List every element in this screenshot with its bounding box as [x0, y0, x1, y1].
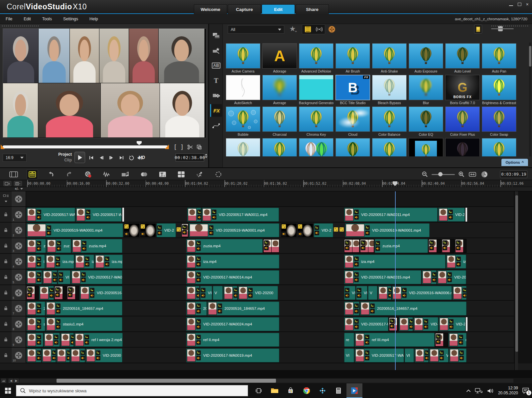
effect-chroma-key[interactable]: Chroma Key	[299, 106, 333, 136]
clip-thumbnails[interactable]	[429, 239, 441, 253]
media-library-icon[interactable]	[210, 29, 222, 42]
effect-thumbnail[interactable]: A	[262, 43, 297, 69]
timeline-clip[interactable]: VID-20200	[238, 286, 278, 300]
effect-thumbnail[interactable]	[335, 138, 370, 156]
effect-thumbnail[interactable]	[335, 43, 370, 69]
action-center-icon[interactable]: 1	[522, 387, 529, 394]
clip-thumbnails[interactable]	[442, 239, 455, 253]
clip-sliver[interactable]	[466, 317, 467, 331]
transitions-icon[interactable]: AB	[210, 59, 222, 72]
timeline-clip[interactable]: VID	[42, 348, 56, 362]
timeline-clip[interactable]: VID-20200517-WA0019.mp4	[186, 348, 279, 362]
timeline-clip[interactable]: VID-20200517-WA0015.mp4	[344, 270, 421, 284]
effect-thumbnail[interactable]	[482, 138, 516, 156]
effect-air-brush[interactable]: Air Brush	[335, 43, 370, 73]
film-reel-icon[interactable]	[328, 25, 336, 33]
track-lane[interactable]	[26, 191, 514, 207]
trim-start-handle[interactable]	[1, 144, 5, 149]
clip-thumbnails[interactable]	[360, 239, 374, 253]
effect-thumbnail[interactable]	[409, 75, 443, 100]
zoom-out-icon[interactable]	[422, 171, 428, 178]
track-lane[interactable]: VID-20200517-WA00VID-20200517-WA0VIDVID-…	[26, 207, 514, 222]
timeline-clip[interactable]: ref	[44, 333, 60, 347]
timeline-clip[interactable]: VID-2	[314, 223, 333, 237]
clip-thumbnails[interactable]	[344, 239, 359, 253]
calculator-icon[interactable]	[331, 383, 346, 398]
track-lane[interactable]: VID-20200519-WA0001.mp4VID-2VID-20200519…	[26, 223, 514, 238]
effect-thumbnail[interactable]	[262, 138, 297, 156]
clip-thumbnails[interactable]	[389, 317, 398, 331]
effect-thumbnail[interactable]	[409, 43, 443, 69]
loop-playback-button[interactable]	[213, 169, 224, 179]
transition-clip[interactable]	[124, 223, 140, 237]
timeline-clip[interactable]: VID-20200517-WA0024.mp4	[186, 317, 279, 331]
timeline-clip[interactable]: VID-20200519-WA0001.mp4	[189, 223, 279, 237]
timeline-clip[interactable]: 20200516_184657.mp4	[207, 301, 279, 315]
timeline-clip[interactable]: VID	[344, 286, 355, 300]
graphics-icon[interactable]	[210, 89, 222, 102]
tab-welcome[interactable]: Welcome	[194, 4, 227, 14]
timeline-ruler[interactable]: 00:00:00.0000:00:16.0000:00:32.0000:00:4…	[0, 180, 532, 187]
effect-thumbnail[interactable]	[409, 106, 443, 132]
clip-thumbnails[interactable]	[263, 239, 279, 253]
timeline-clip[interactable]: iza	[27, 255, 45, 269]
overlay-track-header-6[interactable]: 6	[12, 285, 26, 300]
timeline-clip[interactable]: 20200516_184657.mp4	[360, 301, 466, 315]
timeline-clip[interactable]: VID-202005	[414, 317, 438, 331]
timeline-clip[interactable]: VID-20200517-WA0	[71, 270, 122, 284]
effect-thumbnail[interactable]	[226, 43, 260, 69]
filters-icon[interactable]: FX	[210, 104, 222, 117]
timeline-clip[interactable]: re	[61, 333, 74, 347]
timeline-clip[interactable]: VID	[378, 286, 391, 300]
timeline-clip[interactable]: VID	[27, 270, 42, 284]
maximize-icon[interactable]	[518, 3, 521, 6]
options-button[interactable]: Options^	[501, 159, 528, 166]
effect-color-eq[interactable]: Color EQ	[409, 106, 443, 136]
effect-color-fixer-plus[interactable]: Color Fixer Plus	[445, 106, 480, 136]
clip-thumbnails[interactable]	[67, 286, 79, 300]
zoom-in-icon[interactable]	[458, 171, 465, 178]
track-lock-icon[interactable]	[0, 348, 12, 363]
aspect-ratio-select[interactable]: 16:9	[3, 154, 27, 162]
effect-thumbnail[interactable]	[299, 138, 333, 156]
timeline-clip[interactable]: iza.m	[446, 255, 466, 269]
effect-thumbnail[interactable]	[482, 75, 516, 100]
effect-brightness-contrast[interactable]: Brightness & Contrast	[482, 75, 516, 105]
effect-advanced-denoise[interactable]: Advanced DeNoise	[299, 43, 333, 73]
overlay-track-header-3[interactable]: 3	[12, 238, 26, 254]
timeline-clip[interactable]: VID	[223, 286, 237, 300]
network-icon[interactable]	[475, 388, 483, 394]
timeline-clip[interactable]: re	[344, 333, 354, 347]
go-to-start-button[interactable]	[87, 154, 96, 161]
transition-clip[interactable]	[140, 223, 156, 237]
timeline-clip[interactable]: VID	[200, 286, 212, 300]
add-to-favorites-icon[interactable]: ★+	[289, 25, 298, 33]
effect-average[interactable]: Average	[262, 75, 297, 105]
next-frame-button[interactable]	[107, 154, 116, 161]
effect-bubble[interactable]: Bubble	[226, 106, 260, 136]
instant-project-icon[interactable]	[210, 44, 222, 57]
timeline-clip[interactable]: VID	[415, 348, 429, 362]
timeline-clip[interactable]: iza.mp4	[95, 255, 123, 269]
timeline-clip[interactable]: VID-2	[157, 223, 176, 237]
transition-icon[interactable]	[334, 227, 338, 232]
timeline-clip[interactable]: 202	[186, 301, 207, 315]
overlay-track-header-8[interactable]: 8	[12, 316, 26, 332]
transition-clip[interactable]	[297, 223, 313, 237]
effect-cloud[interactable]: Cloud	[335, 106, 370, 136]
subtitle-editor-button[interactable]	[157, 169, 168, 179]
overlay-track-header-5[interactable]: 5	[12, 270, 26, 285]
timeline-clip[interactable]: VID	[27, 348, 41, 362]
overlay-track-header-7[interactable]: 7	[12, 301, 26, 316]
effect-bcc-title-studio[interactable]: BFXBCC Title Studio	[335, 75, 370, 105]
tab-capture[interactable]: Capture	[228, 4, 261, 14]
timeline-clip[interactable]: zuzia.mp4	[375, 239, 428, 253]
repeat-button[interactable]	[127, 154, 136, 161]
clock-icon[interactable]	[481, 171, 488, 178]
timeline-view-button[interactable]	[27, 169, 38, 179]
overlay-track-header-4[interactable]: 4	[12, 254, 26, 269]
tab-edit[interactable]: Edit	[262, 4, 295, 14]
timeline-clip[interactable]: VID-20200517-WA0	[76, 208, 122, 222]
timeline-clip[interactable]: VID	[70, 348, 85, 362]
menu-edit[interactable]: Edit	[18, 17, 37, 21]
